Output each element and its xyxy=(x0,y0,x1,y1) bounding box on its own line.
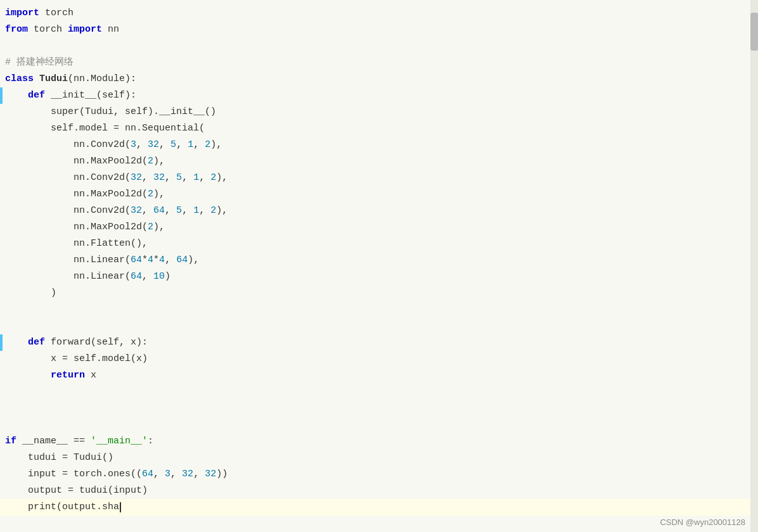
gutter-8 xyxy=(0,120,5,137)
scrollbar[interactable] xyxy=(750,0,758,532)
gutter-11 xyxy=(0,170,5,186)
line-text-23: return x xyxy=(5,367,96,384)
code-line-3 xyxy=(0,38,758,54)
line-text-10: nn.MaxPool2d(2), xyxy=(5,153,165,170)
line-text-22: x = self.model(x) xyxy=(5,351,148,367)
code-line-21: def forward(self, x): xyxy=(0,334,758,351)
line-text-16: nn.Linear(64*4*4, 64), xyxy=(5,252,199,269)
gutter-4 xyxy=(0,54,5,71)
gutter-27 xyxy=(0,433,5,450)
gutter-18 xyxy=(0,285,5,301)
code-line-25 xyxy=(0,400,758,417)
line-text-29: input = torch.ones((64, 3, 32, 32)) xyxy=(5,466,228,483)
line-text-19 xyxy=(5,301,11,318)
line-text-5: class Tudui(nn.Module): xyxy=(5,71,136,87)
code-line-20 xyxy=(0,318,758,334)
gutter-3 xyxy=(0,38,5,54)
line-text-25 xyxy=(5,400,11,417)
gutter-10 xyxy=(0,153,5,170)
code-line-1: import torch xyxy=(0,5,758,22)
watermark: CSDN @wyn20001128 xyxy=(660,517,745,527)
gutter-20 xyxy=(0,318,5,334)
line-text-9: nn.Conv2d(3, 32, 5, 1, 2), xyxy=(5,137,222,153)
line-text-11: nn.Conv2d(32, 32, 5, 1, 2), xyxy=(5,170,228,186)
gutter-9 xyxy=(0,137,5,153)
code-line-23: return x xyxy=(0,367,758,384)
line-text-6: def __init__(self): xyxy=(5,87,136,104)
line-text-28: tudui = Tudui() xyxy=(5,450,113,466)
code-line-15: nn.Flatten(), xyxy=(0,236,758,252)
gutter-19 xyxy=(0,301,5,318)
code-line-8: self.model = nn.Sequential( xyxy=(0,120,758,137)
line-text-3 xyxy=(5,38,11,54)
line-text-20 xyxy=(5,318,11,334)
gutter-24 xyxy=(0,384,5,400)
line-text-17: nn.Linear(64, 10) xyxy=(5,269,170,285)
gutter-25 xyxy=(0,400,5,417)
gutter-22 xyxy=(0,351,5,367)
line-text-30: output = tudui(input) xyxy=(5,483,148,499)
line-text-4: # 搭建神经网络 xyxy=(5,54,74,71)
code-line-29: input = torch.ones((64, 3, 32, 32)) xyxy=(0,466,758,483)
gutter-23 xyxy=(0,367,5,384)
gutter-7 xyxy=(0,104,5,120)
line-text-8: self.model = nn.Sequential( xyxy=(5,120,205,137)
code-line-9: nn.Conv2d(3, 32, 5, 1, 2), xyxy=(0,137,758,153)
gutter-30 xyxy=(0,483,5,499)
line-text-15: nn.Flatten(), xyxy=(5,236,148,252)
code-line-5: class Tudui(nn.Module): xyxy=(0,71,758,87)
code-line-11: nn.Conv2d(32, 32, 5, 1, 2), xyxy=(0,170,758,186)
gutter-14 xyxy=(0,219,5,236)
gutter-5 xyxy=(0,71,5,87)
line-text-27: if __name__ == '__main__': xyxy=(5,433,153,450)
code-content: import torch from torch import nn # 搭建神经… xyxy=(0,0,758,521)
line-text-31: print(output.sha xyxy=(5,499,121,516)
code-editor: import torch from torch import nn # 搭建神经… xyxy=(0,0,758,532)
gutter-13 xyxy=(0,203,5,219)
code-line-2: from torch import nn xyxy=(0,22,758,38)
line-text-24 xyxy=(5,384,11,400)
code-line-14: nn.MaxPool2d(2), xyxy=(0,219,758,236)
gutter-2 xyxy=(0,22,5,38)
code-line-26 xyxy=(0,417,758,433)
code-line-10: nn.MaxPool2d(2), xyxy=(0,153,758,170)
code-line-18: ) xyxy=(0,285,758,301)
code-line-4: # 搭建神经网络 xyxy=(0,54,758,71)
line-text-21: def forward(self, x): xyxy=(5,334,148,351)
code-line-22: x = self.model(x) xyxy=(0,351,758,367)
code-line-30: output = tudui(input) xyxy=(0,483,758,499)
code-line-31: print(output.sha xyxy=(0,499,758,516)
code-line-16: nn.Linear(64*4*4, 64), xyxy=(0,252,758,269)
code-line-12: nn.MaxPool2d(2), xyxy=(0,186,758,203)
gutter-17 xyxy=(0,269,5,285)
code-line-6: def __init__(self): xyxy=(0,87,758,104)
line-text-18: ) xyxy=(5,285,56,301)
line-text-1: import torch xyxy=(5,5,74,22)
gutter-1 xyxy=(0,5,5,22)
code-line-19 xyxy=(0,301,758,318)
gutter-15 xyxy=(0,236,5,252)
gutter-16 xyxy=(0,252,5,269)
code-line-28: tudui = Tudui() xyxy=(0,450,758,466)
gutter-21 xyxy=(0,334,3,351)
gutter-31 xyxy=(0,499,5,516)
gutter-28 xyxy=(0,450,5,466)
code-line-13: nn.Conv2d(32, 64, 5, 1, 2), xyxy=(0,203,758,219)
line-text-13: nn.Conv2d(32, 64, 5, 1, 2), xyxy=(5,203,228,219)
gutter-12 xyxy=(0,186,5,203)
gutter-26 xyxy=(0,417,5,433)
line-text-2: from torch import nn xyxy=(5,22,119,38)
code-line-24 xyxy=(0,384,758,400)
line-text-26 xyxy=(5,417,11,433)
code-line-27: if __name__ == '__main__': xyxy=(0,433,758,450)
code-line-7: super(Tudui, self).__init__() xyxy=(0,104,758,120)
code-line-17: nn.Linear(64, 10) xyxy=(0,269,758,285)
line-text-7: super(Tudui, self).__init__() xyxy=(5,104,216,120)
scrollbar-thumb[interactable] xyxy=(750,13,758,51)
gutter-29 xyxy=(0,466,5,483)
line-text-12: nn.MaxPool2d(2), xyxy=(5,186,165,203)
line-text-14: nn.MaxPool2d(2), xyxy=(5,219,165,236)
gutter-6 xyxy=(0,87,3,104)
